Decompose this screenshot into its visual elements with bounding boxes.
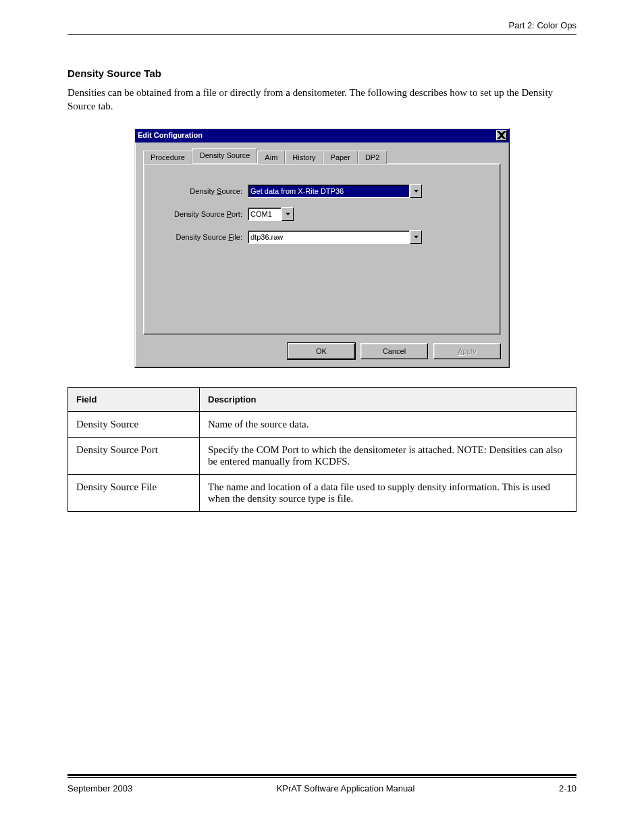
footer-rule-thick [68,774,576,776]
input-density-source-file[interactable] [248,230,410,244]
footer-date: September 2003 [68,783,132,793]
dialog-tabbar: Procedure Density Source Aim History Pap… [135,142,509,163]
page-footer: September 2003 KPrAT Software Applicatio… [68,774,576,793]
label-density-source-file: Density Source File: [156,233,248,241]
table-row: Density Source Name of the source data. [68,411,576,437]
table-row: Density Source File The name and locatio… [68,474,576,511]
combo-density-source-port[interactable] [248,207,294,221]
header-rule [68,34,576,35]
tab-history[interactable]: History [285,151,323,164]
body-heading: Density Source Tab [68,68,576,79]
label-density-source-port: Density Source Port: [156,210,248,218]
apply-button[interactable]: Apply [433,343,501,359]
row-density-source: Density Source: [156,184,488,198]
dialog-window: Edit Configuration Procedure Density Sou… [134,128,510,368]
ok-button[interactable]: OK [288,343,355,359]
col-field: Field [68,387,200,411]
cancel-button[interactable]: Cancel [360,343,428,359]
tab-procedure[interactable]: Procedure [143,151,192,164]
page-body: Density Source Tab Densities can be obta… [68,68,576,512]
fields-table: Field Description Density Source Name of… [68,387,576,512]
dialog-titlebar: Edit Configuration [135,129,509,142]
combo-density-source-file[interactable] [248,230,422,244]
chevron-down-icon[interactable] [410,230,422,244]
input-density-source-port[interactable] [248,207,281,221]
tab-aim[interactable]: Aim [257,151,285,164]
row-density-source-port: Density Source Port: [156,207,488,221]
tab-density-source[interactable]: Density Source [192,148,258,163]
tab-dp2[interactable]: DP2 [358,151,387,164]
dialog-tabpanel: Density Source: Density Source Port: [143,163,501,335]
col-description: Description [200,387,576,411]
body-intro: Densities can be obtained from a file or… [68,86,576,113]
dialog-button-row: OK Cancel Apply [135,343,509,367]
chevron-down-icon[interactable] [281,207,294,221]
table-row: Density Source Port Specify the COM Port… [68,437,576,474]
row-density-source-file: Density Source File: [156,230,488,244]
footer-manual: KPrAT Software Application Manual [277,783,415,793]
footer-page: 2-10 [559,783,576,793]
table-header-row: Field Description [68,387,576,411]
close-icon[interactable] [496,130,507,140]
label-density-source: Density Source: [156,187,248,195]
combo-density-source[interactable] [248,184,422,198]
tab-paper[interactable]: Paper [323,151,358,164]
dialog-title: Edit Configuration [138,131,203,139]
dialog-screenshot: Edit Configuration Procedure Density Sou… [68,128,576,368]
chevron-down-icon[interactable] [410,184,422,198]
header-section-title: Part 2: Color Ops [68,20,576,30]
input-density-source[interactable] [248,184,410,198]
page-header: Part 2: Color Ops [68,20,576,41]
footer-rule-thin [68,777,576,778]
